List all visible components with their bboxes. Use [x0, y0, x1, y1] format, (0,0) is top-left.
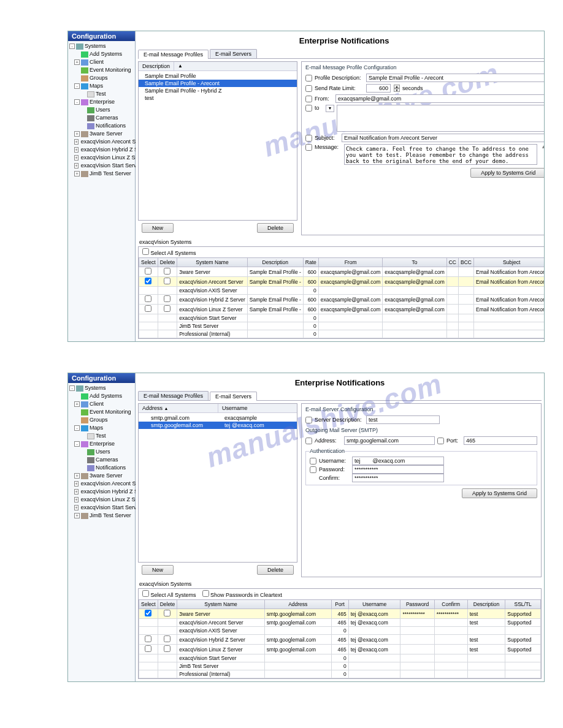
expand-icon[interactable]: +	[74, 513, 80, 518]
servers-col-address[interactable]: Address ▲	[139, 404, 218, 412]
column-header[interactable]: System Name	[177, 600, 265, 609]
list-item[interactable]: Sample Email Profile - Hybrid Z	[139, 87, 297, 94]
column-header[interactable]: Rate	[303, 258, 318, 267]
tree-item[interactable]: -Systems	[68, 42, 135, 50]
column-header[interactable]: Username	[348, 600, 400, 609]
expand-icon[interactable]: +	[74, 155, 79, 161]
tree-item[interactable]: Test	[68, 432, 135, 440]
expand-icon[interactable]: +	[74, 147, 79, 153]
to-dropdown[interactable]: ▼	[326, 105, 334, 112]
address-input[interactable]	[344, 436, 435, 445]
expand-icon[interactable]: +	[74, 481, 79, 487]
list-item[interactable]: smtp.gmail.comexacqsample	[139, 414, 297, 422]
tree-item[interactable]: +exacqVision Linux Z Server	[68, 496, 135, 504]
table-row[interactable]: Professional (Internal)0	[139, 670, 541, 678]
delete-button[interactable]: Delete	[257, 223, 294, 233]
tree-item[interactable]: Users	[68, 448, 135, 456]
column-header[interactable]: Delete	[158, 258, 177, 267]
tree-item[interactable]: +JimB Test Server	[68, 170, 135, 178]
server-desc-input[interactable]	[366, 415, 440, 424]
table-row[interactable]: exacqVision Arecont ServerSample Email P…	[139, 277, 545, 287]
column-header[interactable]: Subject	[473, 258, 545, 267]
tree-item[interactable]: Groups	[68, 416, 135, 424]
nav-tree[interactable]: -SystemsAdd Systems+ClientEvent Monitori…	[68, 41, 135, 179]
tree-item[interactable]: Cameras	[68, 114, 135, 122]
table-row[interactable]: exacqVision Start Server0	[139, 654, 541, 662]
tree-item[interactable]: Event Monitoring	[68, 66, 135, 74]
tab-email-servers[interactable]: E-mail Servers	[210, 392, 257, 401]
expand-icon[interactable]: +	[74, 171, 80, 176]
table-row[interactable]: JimB Test Server0	[139, 322, 545, 330]
list-item[interactable]: smtp.googlemail.comtej @exacq.com	[139, 422, 297, 429]
table-row[interactable]: Professional (Internal)0	[139, 330, 545, 338]
tab-email-profiles[interactable]: E-mail Message Profiles	[138, 50, 209, 59]
profile-desc-input[interactable]	[366, 74, 545, 82]
row-check[interactable]	[145, 610, 151, 616]
tree-item[interactable]: Users	[68, 106, 135, 114]
list-item[interactable]: Sample Email Profile - Arecont	[139, 80, 297, 87]
expand-icon[interactable]: +	[74, 505, 79, 510]
row-check[interactable]	[164, 305, 170, 312]
username-input[interactable]	[352, 457, 444, 465]
expand-icon[interactable]: +	[74, 489, 79, 495]
column-header[interactable]: BCC	[459, 258, 474, 267]
systems-grid[interactable]: SelectDeleteSystem NameDescriptionRateFr…	[139, 257, 545, 338]
tree-item[interactable]: +Client	[68, 58, 135, 66]
tree-item[interactable]: +3ware Server	[68, 472, 135, 480]
show-passwords-label[interactable]: Show Passwords in Cleartext	[202, 590, 283, 598]
tree-item[interactable]: +JimB Test Server	[68, 512, 135, 520]
table-row[interactable]: exacqVision Start Server0	[139, 314, 545, 322]
profiles-list-header[interactable]: Description	[139, 62, 174, 70]
password-input[interactable]	[352, 465, 444, 474]
nav-tree[interactable]: -SystemsAdd Systems+ClientEvent Monitori…	[68, 383, 135, 521]
tree-item[interactable]: -Systems	[68, 384, 135, 392]
new-button[interactable]: New	[142, 565, 174, 575]
tree-item[interactable]: Add Systems	[68, 50, 135, 58]
expand-icon[interactable]: +	[74, 497, 79, 502]
select-all-label[interactable]: Select All Systems	[142, 248, 196, 256]
username-check[interactable]	[310, 458, 316, 464]
tree-item[interactable]: +exacqVision Start Server	[68, 504, 135, 512]
tree-item[interactable]: Test	[68, 90, 135, 98]
spin-down-icon[interactable]: ▼	[394, 88, 400, 92]
from-input[interactable]	[335, 94, 545, 103]
tree-item[interactable]: -Enterprise	[68, 440, 135, 448]
table-row[interactable]: exacqVision Hybrid Z Serversmtp.googlema…	[139, 635, 541, 645]
apply-to-grid-button[interactable]: Apply to Systems Grid	[470, 168, 545, 178]
tab-email-servers[interactable]: E-mail Servers	[210, 49, 257, 58]
from-check[interactable]	[305, 96, 312, 102]
expand-icon[interactable]: -	[69, 385, 75, 391]
confirm-input[interactable]	[352, 474, 444, 482]
tree-item[interactable]: -Maps	[68, 82, 135, 90]
select-all-label[interactable]: Select All Systems	[142, 590, 196, 598]
profiles-list[interactable]: Description▲ Sample Email ProfileSample …	[138, 61, 297, 221]
servers-list[interactable]: Address ▲ Username smtp.gmail.comexacqsa…	[138, 403, 297, 563]
select-all-check[interactable]	[142, 248, 149, 255]
show-passwords-check[interactable]	[202, 590, 209, 597]
tree-item[interactable]: +exacqVision Hybrid Z Server	[68, 488, 135, 496]
expand-icon[interactable]: +	[74, 59, 80, 65]
row-check[interactable]	[145, 645, 151, 652]
port-check[interactable]	[437, 438, 444, 444]
column-header[interactable]: Description	[247, 258, 303, 267]
expand-icon[interactable]: +	[74, 131, 80, 137]
table-row[interactable]: 3ware Serversmtp.googlemail.com465tej @e…	[139, 609, 541, 619]
delete-button[interactable]: Delete	[257, 565, 294, 575]
tree-item[interactable]: Notifications	[68, 464, 135, 472]
tree-item[interactable]: +exacqVision Start Server	[68, 162, 135, 170]
column-header[interactable]: Password	[400, 600, 434, 609]
scroll-up-icon[interactable]: ▲	[541, 144, 545, 150]
expand-icon[interactable]: -	[69, 44, 75, 49]
tree-item[interactable]: +exacqVision Arecont Server	[68, 138, 135, 146]
table-row[interactable]: exacqVision Linux Z Serversmtp.googlemai…	[139, 645, 541, 654]
subject-check[interactable]	[305, 135, 312, 142]
row-check[interactable]	[145, 268, 151, 275]
row-check[interactable]	[145, 295, 151, 302]
column-header[interactable]: SSL/TL	[505, 600, 541, 609]
tree-item[interactable]: -Enterprise	[68, 98, 135, 106]
address-check[interactable]	[305, 438, 312, 444]
tree-item[interactable]: Notifications	[68, 122, 135, 130]
column-header[interactable]: Address	[264, 600, 331, 609]
column-header[interactable]: Confirm	[434, 600, 467, 609]
send-rate-check[interactable]	[305, 85, 312, 92]
